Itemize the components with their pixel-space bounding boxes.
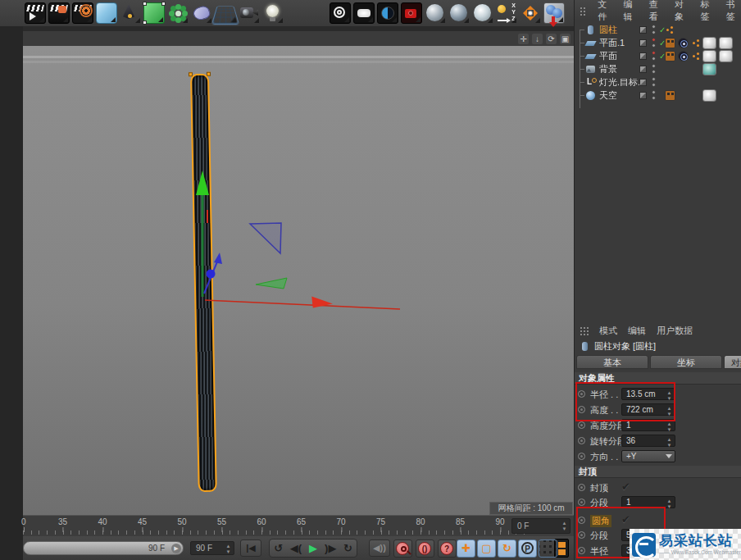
om-menu-编辑[interactable]: 编辑 bbox=[623, 0, 638, 23]
om-menu-标签[interactable]: 标签 bbox=[700, 0, 715, 23]
play-sound-icon[interactable]: ◀)) bbox=[369, 540, 390, 557]
value-field[interactable]: 13.5 cm▲▼ bbox=[621, 388, 675, 400]
keyframe-radio-icon[interactable] bbox=[578, 453, 585, 460]
zoom-view-icon[interactable]: ↓ bbox=[532, 34, 543, 44]
rotate-view-icon[interactable]: ⟳ bbox=[546, 34, 557, 44]
record-rotation-toggle[interactable]: ↻ bbox=[498, 540, 516, 558]
goto-end-button[interactable]: ↻ bbox=[339, 540, 357, 557]
record-position-toggle[interactable]: ✚ bbox=[457, 540, 475, 558]
light-obj-icon[interactable] bbox=[262, 2, 284, 24]
am-menu-用户数据[interactable]: 用户数据 bbox=[657, 325, 693, 337]
phong-tag-icon[interactable] bbox=[691, 38, 702, 48]
layer-toggle-icon[interactable] bbox=[639, 39, 647, 47]
render-active-view-icon[interactable] bbox=[25, 2, 46, 24]
visibility-dot-gray[interactable] bbox=[652, 43, 656, 48]
viewport-canvas[interactable]: 网格间距 : 100 cm bbox=[23, 46, 574, 515]
phys-sky-icon[interactable] bbox=[401, 2, 422, 24]
layer-toggle-icon[interactable] bbox=[639, 66, 647, 73]
autokey-button[interactable]: () bbox=[416, 540, 434, 558]
prev-key-button[interactable]: ◀( bbox=[287, 540, 304, 557]
record-pla-toggle[interactable] bbox=[539, 540, 557, 558]
visibility-dots[interactable] bbox=[652, 25, 656, 34]
visibility-dot-gray[interactable] bbox=[652, 77, 656, 81]
step-back-button[interactable]: ↺ bbox=[270, 540, 287, 557]
area-light-icon[interactable] bbox=[353, 2, 375, 24]
object-row[interactable]: 圆柱✓ bbox=[575, 23, 741, 36]
keyframe-radio-icon[interactable] bbox=[578, 499, 585, 506]
coord-icon[interactable] bbox=[520, 2, 541, 24]
texture-tag-teal[interactable] bbox=[702, 63, 716, 75]
panel-grip-icon[interactable] bbox=[580, 326, 589, 335]
phong-tag-icon[interactable] bbox=[665, 25, 675, 35]
object-name[interactable]: 天空 bbox=[599, 89, 617, 102]
record-parameter-toggle[interactable]: P bbox=[518, 540, 537, 558]
object-row[interactable]: 平面.1✓ bbox=[575, 36, 741, 49]
texture-tag-white[interactable] bbox=[719, 37, 733, 49]
keyframe-radio-icon[interactable] bbox=[578, 484, 585, 491]
dropdown-field[interactable]: +Y bbox=[621, 450, 675, 462]
texture-tag-white[interactable] bbox=[702, 89, 716, 102]
texture-tag-white[interactable] bbox=[719, 50, 733, 62]
add-cube-icon[interactable] bbox=[96, 2, 117, 24]
object-name[interactable]: 圆柱 bbox=[599, 24, 617, 36]
layer-toggle-icon[interactable] bbox=[639, 79, 647, 86]
keyframe-radio-icon[interactable] bbox=[578, 531, 585, 539]
comp-tag-icon[interactable] bbox=[665, 38, 675, 48]
x-axis-arrow[interactable] bbox=[311, 297, 333, 309]
range-end-field[interactable]: 90 F ▲▼ bbox=[190, 541, 234, 555]
timeline-ruler[interactable]: 0 F ▲▼ 0354045505560657075808590 bbox=[23, 515, 577, 536]
x-axis-line[interactable] bbox=[205, 300, 400, 309]
keyframe-radio-icon[interactable] bbox=[578, 517, 585, 524]
keyframe-radio-icon[interactable] bbox=[578, 547, 585, 554]
selection-handle[interactable] bbox=[207, 72, 211, 76]
layer-toggle-icon[interactable] bbox=[639, 92, 647, 99]
toggle-view-icon[interactable]: ▣ bbox=[560, 34, 571, 44]
modeling-icon[interactable] bbox=[167, 2, 189, 24]
pan-view-icon[interactable]: ✛ bbox=[518, 34, 529, 44]
checkbox[interactable]: ✔ bbox=[621, 480, 630, 493]
om-menu-文件[interactable]: 文件 bbox=[598, 0, 612, 23]
comp-tag-icon[interactable] bbox=[665, 51, 675, 61]
object-name[interactable]: 平面.1 bbox=[599, 37, 625, 49]
value-field[interactable]: 1▲▼ bbox=[621, 496, 675, 508]
value-field[interactable]: 1▲▼ bbox=[621, 419, 675, 431]
goto-start-button[interactable]: |◀ bbox=[240, 540, 261, 557]
om-menu-查看[interactable]: 查看 bbox=[649, 0, 664, 23]
scene-floor-icon[interactable] bbox=[211, 6, 240, 25]
object-row[interactable]: 平面✓ bbox=[575, 49, 741, 62]
keyframe-radio-icon[interactable] bbox=[578, 406, 585, 413]
target-tag-icon[interactable] bbox=[678, 38, 689, 48]
visibility-dots[interactable] bbox=[652, 64, 656, 74]
comp-tag-icon[interactable] bbox=[665, 90, 675, 101]
visibility-dot-gray[interactable] bbox=[652, 96, 656, 100]
visibility-dots[interactable] bbox=[652, 90, 656, 100]
layer-toggle-icon[interactable] bbox=[639, 26, 647, 34]
visibility-dots[interactable] bbox=[652, 51, 656, 61]
phong-tag-icon[interactable] bbox=[691, 51, 702, 61]
layer-toggle-icon[interactable] bbox=[639, 52, 647, 60]
cylinder-object[interactable] bbox=[190, 74, 217, 492]
visibility-dot-red[interactable] bbox=[652, 51, 656, 55]
z-axis-arrow[interactable] bbox=[214, 253, 222, 264]
object-name[interactable]: 平面 bbox=[599, 50, 617, 62]
deformer-icon[interactable] bbox=[191, 2, 212, 24]
visibility-dot-gray[interactable] bbox=[652, 64, 656, 68]
stepper-arrows[interactable]: ▲▼ bbox=[666, 437, 673, 444]
dropdown-arrow-icon[interactable] bbox=[666, 454, 672, 458]
stepper-arrows[interactable]: ▲▼ bbox=[666, 406, 673, 413]
material-3-icon[interactable] bbox=[472, 2, 493, 24]
keyframe-radio-icon[interactable] bbox=[578, 421, 585, 429]
om-menu-书签[interactable]: 书签 bbox=[726, 0, 741, 23]
visibility-dot-gray[interactable] bbox=[652, 25, 656, 29]
keyframe-radio-icon[interactable] bbox=[578, 390, 585, 398]
camera-obj-icon[interactable] bbox=[239, 2, 260, 24]
xyz-icon[interactable]: X Y Z bbox=[496, 2, 517, 24]
visibility-dot-red[interactable] bbox=[652, 38, 656, 42]
render-region-icon[interactable] bbox=[48, 2, 70, 24]
spline-pen-icon[interactable] bbox=[120, 2, 141, 24]
target-light-icon[interactable] bbox=[330, 2, 351, 24]
object-name[interactable]: 背景 bbox=[599, 63, 617, 75]
object-row[interactable]: 天空 bbox=[575, 89, 741, 102]
frame-spinner[interactable]: ▲▼ bbox=[561, 521, 568, 531]
visibility-dot-gray[interactable] bbox=[652, 30, 656, 34]
